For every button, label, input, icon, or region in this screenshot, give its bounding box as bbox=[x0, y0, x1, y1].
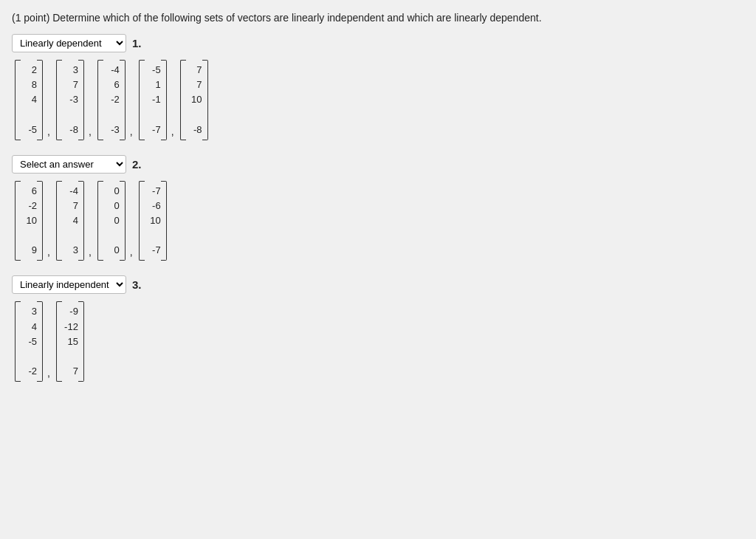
vector-2-4: -7 -6 10 -7 bbox=[139, 181, 167, 261]
vector-2-1: 6 -2 10 9 bbox=[15, 181, 43, 261]
problem-label-2: 2. bbox=[132, 158, 142, 171]
comma-2: , bbox=[89, 126, 93, 140]
vector-1-4: -5 1 -1 -7 bbox=[139, 60, 167, 140]
answer-row-3: Select an answer Linearly independent Li… bbox=[12, 275, 744, 294]
comma-1: , bbox=[47, 126, 52, 140]
vector-3-2: -9 -12 15 7 bbox=[56, 301, 84, 382]
comma-7: , bbox=[130, 246, 134, 261]
vector-2-2: -4 7 4 3 bbox=[56, 181, 84, 261]
answer-select-1[interactable]: Select an answer Linearly dependent Line… bbox=[12, 34, 126, 52]
comma-5: , bbox=[47, 246, 52, 261]
answer-row-1: Select an answer Linearly dependent Line… bbox=[12, 34, 744, 52]
vector-3-1: 3 4 -5 -2 bbox=[15, 301, 43, 382]
problem-label-3: 3. bbox=[132, 278, 142, 291]
answer-row-2: Select an answer Linearly independent Li… bbox=[12, 155, 744, 174]
vector-1-1: 2 8 4 -5 bbox=[15, 60, 43, 140]
problem-2: Select an answer Linearly independent Li… bbox=[12, 155, 744, 261]
answer-select-2[interactable]: Select an answer Linearly independent Li… bbox=[12, 155, 126, 174]
comma-4: , bbox=[171, 126, 176, 140]
comma-3: , bbox=[130, 126, 134, 140]
vectors-row-1: 2 8 4 -5 , 3 7 -3 -8 , -4 6 -2 -3 , -5 1 bbox=[15, 60, 744, 140]
vector-1-3: -4 6 -2 -3 bbox=[97, 60, 126, 140]
vector-1-5: 7 7 10 -8 bbox=[180, 60, 208, 140]
vectors-row-2: 6 -2 10 9 , -4 7 4 3 , 0 0 0 0 , -7 -6 bbox=[15, 181, 744, 261]
vector-2-3: 0 0 0 0 bbox=[97, 181, 126, 261]
comma-8: , bbox=[47, 367, 52, 382]
vectors-row-3: 3 4 -5 -2 , -9 -12 15 7 bbox=[15, 301, 744, 382]
comma-6: , bbox=[89, 246, 93, 261]
problem-3: Select an answer Linearly independent Li… bbox=[12, 275, 744, 382]
problem-1: Select an answer Linearly dependent Line… bbox=[12, 34, 744, 140]
question-header: (1 point) Determine which of the followi… bbox=[12, 12, 744, 24]
vector-1-2: 3 7 -3 -8 bbox=[56, 60, 84, 140]
answer-select-3[interactable]: Select an answer Linearly independent Li… bbox=[12, 275, 126, 294]
problem-label-1: 1. bbox=[132, 37, 142, 49]
